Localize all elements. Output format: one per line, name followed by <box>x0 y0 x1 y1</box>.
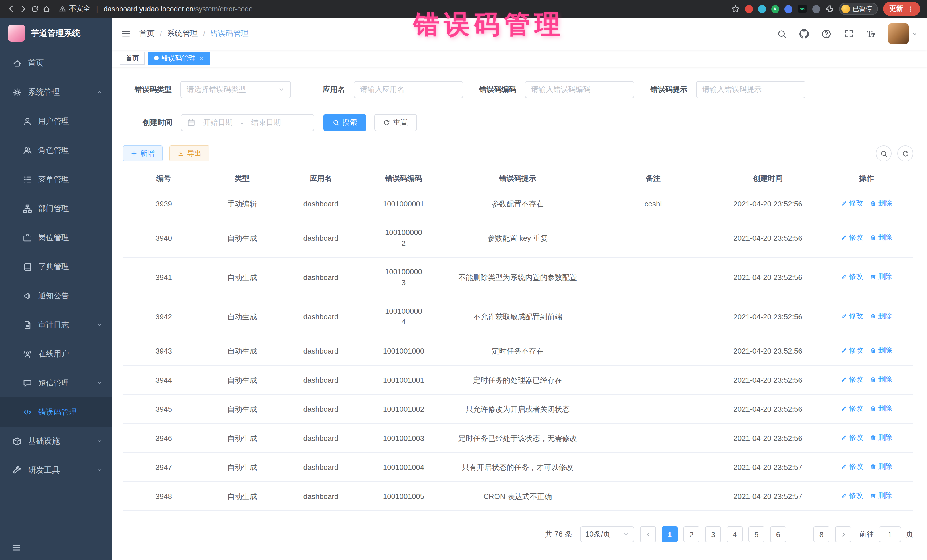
edit-link[interactable]: 修改 <box>841 490 863 501</box>
cell-created: 2021-04-20 23:52:56 <box>716 218 820 258</box>
extension-icon-teal[interactable] <box>758 5 766 13</box>
sidebar-item[interactable]: 用户管理 <box>0 107 112 136</box>
pagination: 共 76 条10条/页123456···8前往页 <box>123 527 913 554</box>
extension-icon-blue[interactable] <box>784 5 792 13</box>
security-warning[interactable]: 不安全 <box>59 4 90 14</box>
update-button[interactable]: 更新 ⋮ <box>883 2 920 16</box>
help-icon[interactable] <box>817 23 836 44</box>
delete-link[interactable]: 删除 <box>870 374 892 385</box>
edit-link[interactable]: 修改 <box>841 345 863 356</box>
edit-link[interactable]: 修改 <box>841 461 863 472</box>
extension-icon-red[interactable] <box>745 5 753 13</box>
reload-icon[interactable] <box>31 5 39 13</box>
delete-link[interactable]: 删除 <box>870 311 892 322</box>
forward-icon[interactable] <box>19 5 27 13</box>
address-bar[interactable]: 不安全 | dashboard.yudao.iocoder.cn/system/… <box>59 4 728 14</box>
page-button[interactable]: 3 <box>705 527 721 542</box>
user-menu[interactable] <box>888 23 918 44</box>
tag-item[interactable]: 错误码管理 <box>148 52 210 65</box>
page-button[interactable]: 2 <box>684 527 699 542</box>
toggle-search-button[interactable] <box>876 146 892 161</box>
page-ellipsis[interactable]: ··· <box>792 527 808 542</box>
app-name-input[interactable]: 请输入应用名 <box>354 81 463 98</box>
search-icon[interactable] <box>772 23 791 44</box>
github-icon[interactable] <box>795 23 813 44</box>
edit-label: 修改 <box>849 272 863 282</box>
page-button[interactable]: 8 <box>813 527 830 542</box>
add-button[interactable]: 新增 <box>123 146 163 161</box>
error-code-input[interactable]: 请输入错误码编码 <box>525 81 634 98</box>
sidebar-item[interactable]: 错误码管理 <box>0 398 112 426</box>
sidebar-item[interactable]: 审计日志 <box>0 310 112 339</box>
delete-link[interactable]: 删除 <box>870 461 892 472</box>
sidebar-item[interactable]: 首页 <box>0 49 112 77</box>
edit-link[interactable]: 修改 <box>841 432 863 443</box>
browser-home-icon[interactable] <box>42 5 51 13</box>
delete-link[interactable]: 删除 <box>870 232 892 243</box>
pencil-icon <box>841 493 847 499</box>
edit-link[interactable]: 修改 <box>841 311 863 322</box>
cell-id: 3941 <box>123 258 205 297</box>
sidebar-item[interactable]: 短信管理 <box>0 369 112 398</box>
cell-message: 参数配置 key 重复 <box>445 218 590 258</box>
extensions-puzzle-icon[interactable] <box>825 5 834 13</box>
edit-link[interactable]: 修改 <box>841 403 863 414</box>
sidebar-item[interactable]: 通知公告 <box>0 281 112 310</box>
sidebar-item-label: 研发工具 <box>28 465 60 475</box>
sidebar-item[interactable]: 基础设施 <box>0 426 112 456</box>
tag-item[interactable]: 首页 <box>120 52 145 65</box>
sidebar-item[interactable]: 菜单管理 <box>0 165 112 194</box>
edit-link[interactable]: 修改 <box>841 272 863 282</box>
sidebar-item[interactable]: 在线用户 <box>0 339 112 369</box>
fullscreen-icon[interactable] <box>839 23 858 44</box>
create-time-range-picker[interactable]: 开始日期 - 结束日期 <box>181 114 314 131</box>
page-size-select[interactable]: 10条/页 <box>580 527 634 542</box>
sidebar-item[interactable]: 部门管理 <box>0 194 112 223</box>
error-code-type-select-label: 错误码类型 <box>135 84 172 95</box>
delete-link[interactable]: 删除 <box>870 432 892 443</box>
menu-collapse-button[interactable] <box>112 29 139 39</box>
delete-link[interactable]: 删除 <box>870 198 892 209</box>
edit-link[interactable]: 修改 <box>841 198 863 209</box>
page-button[interactable]: 5 <box>748 527 764 542</box>
page-button[interactable]: 4 <box>727 527 743 542</box>
extension-icon-feather[interactable] <box>812 5 820 13</box>
error-code-hint-input[interactable]: 请输入错误码提示 <box>696 81 805 98</box>
edit-link[interactable]: 修改 <box>841 374 863 385</box>
sidebar-item[interactable]: 研发工具 <box>0 456 112 485</box>
extension-icon-green-v[interactable]: V <box>771 5 779 13</box>
sidebar-item[interactable]: 角色管理 <box>0 136 112 165</box>
filter-form-row2: 创建时间 开始日期 - 结束日期 搜索 重置 <box>123 114 913 131</box>
sidebar-collapse-toggle[interactable] <box>0 535 112 560</box>
font-size-icon[interactable] <box>862 23 880 44</box>
search-button[interactable]: 搜索 <box>324 114 366 131</box>
delete-link[interactable]: 删除 <box>870 490 892 501</box>
bookmark-star-icon[interactable] <box>731 5 740 13</box>
close-icon[interactable] <box>199 55 204 61</box>
page-button[interactable]: 1 <box>662 527 678 542</box>
extension-icon-on-badge[interactable]: on <box>797 5 807 12</box>
search-button-label: 搜索 <box>342 117 357 128</box>
sidebar-item[interactable]: 字典管理 <box>0 252 112 281</box>
next-page-button[interactable] <box>835 527 851 542</box>
prev-page-button[interactable] <box>640 527 656 542</box>
goto-page-input[interactable] <box>878 527 901 542</box>
refresh-table-button[interactable] <box>897 146 913 161</box>
export-button[interactable]: 导出 <box>169 146 209 161</box>
delete-link[interactable]: 删除 <box>870 345 892 356</box>
profile-paused-chip[interactable]: 已暂停 <box>839 3 878 15</box>
page-button[interactable]: 6 <box>770 527 786 542</box>
cell-message: CRON 表达式不正确 <box>445 482 590 511</box>
breadcrumb-item[interactable]: 系统管理 <box>167 29 198 39</box>
breadcrumb-item[interactable]: 首页 <box>139 29 155 39</box>
cell-remark <box>590 336 716 365</box>
delete-link[interactable]: 删除 <box>870 272 892 282</box>
reset-button[interactable]: 重置 <box>374 114 417 131</box>
error-code-type-select[interactable]: 请选择错误码类型 <box>180 81 291 98</box>
sidebar-item[interactable]: 岗位管理 <box>0 223 112 252</box>
delete-link[interactable]: 删除 <box>870 403 892 414</box>
app-logo[interactable]: 芋道管理系统 <box>0 18 112 49</box>
edit-link[interactable]: 修改 <box>841 232 863 243</box>
back-icon[interactable] <box>7 5 15 13</box>
sidebar-item[interactable]: 系统管理 <box>0 77 112 107</box>
